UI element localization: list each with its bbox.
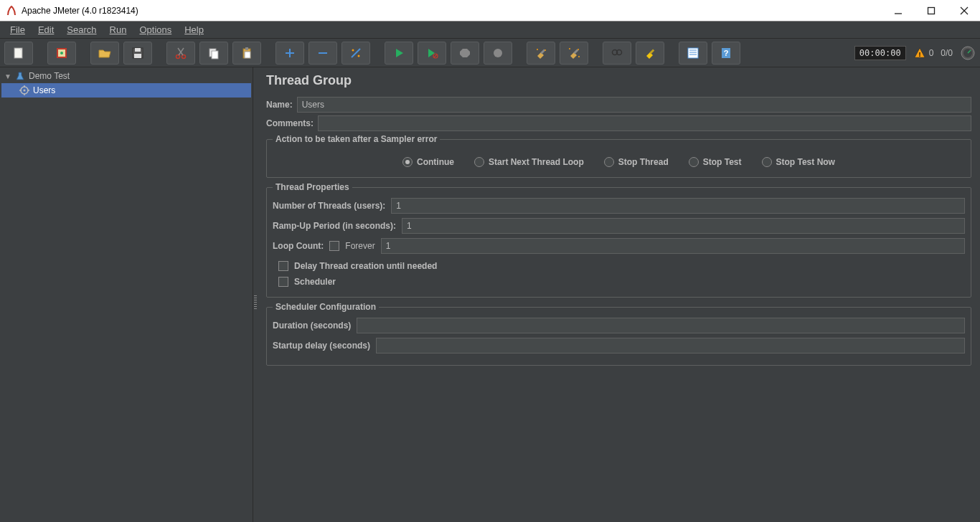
comments-input[interactable]: [318, 115, 971, 131]
tree-node-label: Users: [33, 85, 55, 95]
duration-input[interactable]: [357, 318, 965, 333]
loop-count-input[interactable]: [381, 238, 965, 254]
duration-label: Duration (seconds): [273, 321, 351, 331]
svg-line-13: [179, 48, 184, 55]
svg-text:?: ?: [724, 49, 729, 57]
svg-point-25: [358, 54, 360, 57]
scheduler-row: Scheduler: [273, 274, 965, 290]
toggle-button[interactable]: [341, 42, 370, 65]
radio-stop-test[interactable]: Stop Test: [689, 157, 742, 167]
open-button[interactable]: [90, 42, 119, 65]
tree-node-thread-group[interactable]: Users: [1, 83, 251, 98]
expand-button[interactable]: [275, 42, 304, 65]
loop-count-label: Loop Count:: [273, 241, 324, 251]
radio-stop-thread[interactable]: Stop Thread: [604, 157, 669, 167]
start-no-timers-button[interactable]: [418, 42, 446, 65]
window-titlebar: Apache JMeter (4.0 r1823414): [0, 0, 980, 22]
reset-search-button[interactable]: [636, 42, 664, 65]
tree-node-label: Demo Test: [29, 71, 70, 81]
maximize-button[interactable]: [921, 4, 941, 18]
name-label: Name:: [266, 100, 293, 110]
svg-point-33: [569, 48, 570, 49]
templates-button[interactable]: [47, 42, 76, 65]
svg-rect-19: [245, 52, 250, 58]
warning-count: 0: [929, 48, 934, 58]
help-button[interactable]: ?: [712, 42, 740, 65]
svg-point-35: [578, 56, 580, 57]
shutdown-button[interactable]: [484, 42, 512, 65]
toolbar-status: 00:00:00 ! 0 0/0: [854, 45, 976, 61]
menu-file[interactable]: File: [4, 22, 31, 37]
svg-point-51: [24, 90, 26, 92]
flask-icon: [14, 70, 26, 82]
stop-button[interactable]: [451, 42, 479, 65]
svg-rect-9: [135, 48, 141, 52]
function-helper-button[interactable]: [679, 42, 707, 65]
menu-search[interactable]: Search: [61, 22, 102, 37]
warning-counter[interactable]: ! 0: [913, 47, 934, 60]
menubar: File Edit Search Run Options Help: [0, 22, 980, 39]
svg-point-31: [545, 49, 546, 51]
svg-line-14: [178, 48, 183, 55]
window-controls: [888, 4, 974, 18]
name-input[interactable]: [297, 97, 971, 113]
sampler-error-radios: Continue Start Next Thread Loop Stop Thr…: [273, 150, 965, 170]
radio-icon: [474, 157, 484, 167]
toolbar: ? 00:00:00 ! 0 0/0: [0, 39, 980, 67]
radio-icon: [604, 157, 614, 167]
panel-title: Thread Group: [266, 73, 971, 88]
thread-properties-fieldset: Thread Properties Number of Threads (use…: [266, 182, 971, 298]
svg-rect-18: [245, 47, 248, 50]
tree-root-test-plan[interactable]: ▼ Demo Test: [1, 69, 251, 83]
startup-delay-row: Startup delay (seconds): [273, 338, 965, 353]
startup-delay-input[interactable]: [376, 338, 965, 353]
menu-help[interactable]: Help: [179, 22, 209, 37]
radio-stop-test-now[interactable]: Stop Test Now: [762, 157, 835, 167]
search-tree-button[interactable]: [603, 42, 631, 65]
duration-row: Duration (seconds): [273, 318, 965, 333]
save-button[interactable]: [123, 42, 152, 65]
gear-icon: [19, 85, 30, 96]
cut-button[interactable]: [166, 42, 195, 65]
tree-toggle-icon[interactable]: ▼: [4, 72, 11, 80]
menu-options[interactable]: Options: [133, 22, 177, 37]
ramp-up-row: Ramp-Up Period (in seconds):: [273, 218, 965, 234]
threads-counter: 0/0: [941, 48, 953, 58]
scheduler-label: Scheduler: [294, 277, 336, 287]
collapse-button[interactable]: [308, 42, 337, 65]
delay-thread-checkbox[interactable]: [278, 261, 288, 271]
svg-point-11: [176, 54, 180, 58]
num-threads-row: Number of Threads (users):: [273, 198, 965, 214]
radio-start-next[interactable]: Start Next Thread Loop: [474, 157, 584, 167]
minimize-button[interactable]: [888, 4, 908, 18]
svg-point-30: [537, 49, 538, 50]
clear-all-button[interactable]: [560, 42, 588, 65]
svg-point-12: [182, 54, 186, 58]
svg-text:!: !: [918, 50, 920, 57]
menu-edit[interactable]: Edit: [32, 22, 60, 37]
copy-button[interactable]: [199, 42, 228, 65]
radio-icon: [762, 157, 772, 167]
ramp-up-input[interactable]: [402, 218, 965, 234]
scheduler-config-legend: Scheduler Configuration: [273, 302, 379, 312]
splitter[interactable]: [253, 67, 258, 522]
comments-row: Comments:: [266, 115, 971, 131]
num-threads-label: Number of Threads (users):: [273, 201, 385, 211]
start-button[interactable]: [385, 42, 413, 65]
svg-point-7: [60, 52, 63, 54]
new-button[interactable]: [4, 42, 33, 65]
num-threads-input[interactable]: [391, 198, 965, 214]
svg-rect-40: [688, 48, 698, 58]
name-row: Name:: [266, 97, 971, 113]
scheduler-checkbox[interactable]: [278, 277, 288, 287]
radio-continue[interactable]: Continue: [402, 157, 454, 167]
forever-checkbox[interactable]: [329, 241, 339, 251]
menu-run[interactable]: Run: [104, 22, 133, 37]
app-icon: [6, 5, 17, 16]
timer-display: 00:00:00: [854, 46, 906, 60]
window-title: Apache JMeter (4.0 r1823414): [22, 6, 888, 16]
paste-button[interactable]: [232, 42, 261, 65]
radio-icon: [402, 157, 413, 167]
close-button[interactable]: [954, 4, 974, 18]
clear-button[interactable]: [527, 42, 555, 65]
